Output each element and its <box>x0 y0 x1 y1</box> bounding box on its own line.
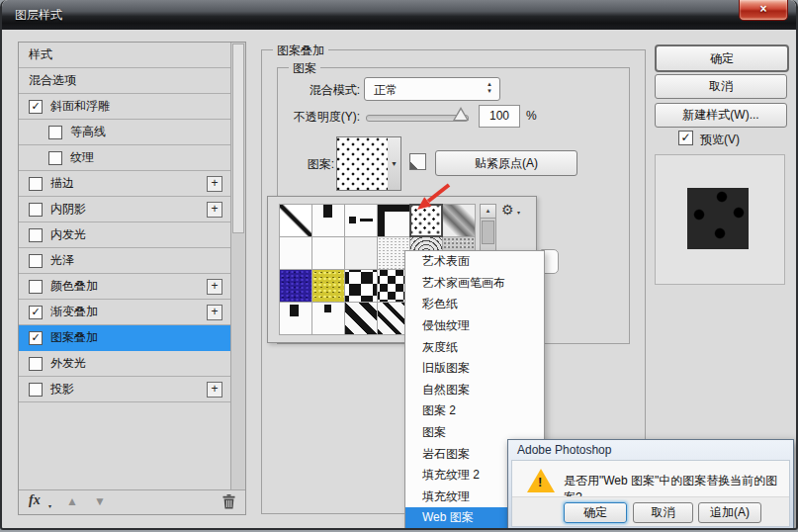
pattern-swatch-0[interactable] <box>280 205 311 236</box>
sidebar-item-label: 描边 <box>50 175 74 192</box>
dialog-title: 图层样式 <box>15 7 62 24</box>
opacity-slider-handle[interactable] <box>453 107 469 121</box>
sidebar-item-color-overlay[interactable]: 颜色叠加+ <box>19 274 230 300</box>
sidebar-item-satin[interactable]: 光泽 <box>19 248 230 274</box>
pattern-swatch-20[interactable] <box>345 303 377 334</box>
checkbox[interactable]: ✓ <box>29 331 43 345</box>
checkbox[interactable] <box>29 203 43 217</box>
warning-exclamation: ! <box>538 475 542 489</box>
pattern-swatch-3[interactable] <box>378 205 409 236</box>
preview-panel <box>655 154 785 285</box>
add-instance-icon[interactable]: + <box>207 305 222 320</box>
move-down-icon[interactable]: ▼ <box>94 494 106 508</box>
sidebar-item-gradient-overlay[interactable]: ✓渐变叠加+ <box>19 300 230 325</box>
sidebar-item-stroke[interactable]: 描边+ <box>19 171 230 197</box>
sidebar-item-texture[interactable]: 纹理 <box>19 145 230 171</box>
pattern-swatch-12[interactable] <box>280 270 311 302</box>
sidebar-item-inner-shadow[interactable]: 内阴影+ <box>19 197 230 222</box>
sidebar-item-label: 颜色叠加 <box>50 278 98 295</box>
opacity-label: 不透明度(Y): <box>267 109 360 126</box>
confirm-append-button[interactable]: 追加(A) <box>698 502 761 523</box>
scroll-up-icon[interactable]: ▲ <box>481 205 495 219</box>
pattern-swatch-8[interactable] <box>345 237 377 269</box>
pattern-swatch-2[interactable] <box>345 205 377 236</box>
checkbox[interactable] <box>29 177 43 191</box>
fx-menu-arrow-icon: ▾ <box>48 502 51 509</box>
ok-button[interactable]: 确定 <box>655 44 789 72</box>
sidebar-item-styles[interactable]: 样式 <box>19 43 230 68</box>
pattern-swatch-7[interactable] <box>312 237 344 269</box>
confirm-ok-button[interactable]: 确定 <box>564 502 627 523</box>
menu-item-legacy-patterns[interactable]: 旧版图案 <box>405 358 544 380</box>
sidebar-item-outer-glow[interactable]: 外发光 <box>19 351 230 377</box>
preview-label: 预览(V) <box>700 132 740 148</box>
pattern-swatch-1[interactable] <box>312 205 344 236</box>
checkbox[interactable] <box>29 254 43 268</box>
cancel-button[interactable]: 取消 <box>655 74 787 99</box>
subgroup-title: 图案 <box>289 60 320 77</box>
new-pattern-icon[interactable] <box>409 153 426 170</box>
snap-to-origin-button[interactable]: 贴紧原点(A) <box>435 150 577 176</box>
add-instance-icon[interactable]: + <box>207 202 222 218</box>
sidebar-list: 样式混合选项✓斜面和浮雕等高线纹理描边+内阴影+内发光光泽颜色叠加+✓渐变叠加+… <box>19 43 230 489</box>
sidebar-item-drop-shadow[interactable]: 投影+ <box>19 377 230 402</box>
blend-mode-label: 混合模式: <box>285 82 360 99</box>
sidebar-item-label: 投影 <box>50 381 74 398</box>
menu-item-art-surfaces[interactable]: 艺术表面 <box>405 251 544 273</box>
opacity-input[interactable]: 100 <box>479 105 520 128</box>
stepper-icon: ▲▼ <box>487 81 492 95</box>
pattern-swatch-6[interactable] <box>280 237 311 269</box>
pattern-swatch-18[interactable] <box>280 303 311 334</box>
checkbox[interactable]: ✓ <box>29 100 43 114</box>
checkbox[interactable]: ✓ <box>29 306 43 319</box>
pattern-swatch-14[interactable] <box>345 270 377 302</box>
fx-icon[interactable]: fx <box>29 492 41 508</box>
menu-item-erodible-textures[interactable]: 侵蚀纹理 <box>405 315 544 337</box>
add-instance-icon[interactable]: + <box>207 382 222 398</box>
sidebar-scrollbar-thumb[interactable] <box>232 44 244 233</box>
menu-item-grayscale-paper[interactable]: 灰度纸 <box>405 336 544 358</box>
sidebar-item-label: 纹理 <box>70 149 94 166</box>
menu-item-patterns-2[interactable]: 图案 2 <box>405 400 544 422</box>
sidebar-item-inner-glow[interactable]: 内发光 <box>19 222 230 248</box>
confirm-cancel-button[interactable]: 取消 <box>633 502 693 523</box>
title-bar[interactable]: 图层样式 × <box>2 0 796 30</box>
move-up-icon[interactable]: ▲ <box>66 494 78 508</box>
gear-icon[interactable]: ⚙ <box>501 202 514 218</box>
sidebar-item-pattern-overlay[interactable]: ✓图案叠加 <box>19 325 230 351</box>
checkbox[interactable] <box>29 357 43 371</box>
picker-scrollbar-thumb[interactable] <box>482 221 494 244</box>
opacity-unit: % <box>526 109 537 123</box>
add-instance-icon[interactable]: + <box>207 279 222 295</box>
sidebar-item-label: 等高线 <box>70 124 106 140</box>
sidebar-item-contour[interactable]: 等高线 <box>19 120 230 145</box>
sidebar-item-label: 图案叠加 <box>50 329 98 346</box>
sidebar-item-blending-options[interactable]: 混合选项 <box>19 68 230 94</box>
checkbox[interactable] <box>48 151 62 165</box>
checkbox[interactable] <box>29 280 43 294</box>
new-style-button[interactable]: 新建样式(W)... <box>655 103 787 128</box>
pattern-dropdown-button[interactable]: ▼ <box>388 136 401 191</box>
sidebar-scrollbar[interactable] <box>230 43 245 489</box>
pattern-preview-thumbnail <box>687 188 749 249</box>
pattern-swatch-13[interactable] <box>312 270 344 302</box>
sidebar-item-label: 外发光 <box>50 355 86 372</box>
sidebar-item-label: 混合选项 <box>29 72 76 89</box>
blend-mode-select[interactable]: 正常 ▲▼ <box>364 77 500 101</box>
menu-item-nature-patterns[interactable]: 自然图案 <box>405 380 544 401</box>
checkbox[interactable] <box>29 228 43 242</box>
annotation-arrow <box>409 182 455 214</box>
menu-item-artist-brush-canvas[interactable]: 艺术家画笔画布 <box>405 273 544 295</box>
close-icon: × <box>759 2 766 16</box>
sidebar-item-label: 光泽 <box>50 252 74 269</box>
menu-item-color-paper[interactable]: 彩色纸 <box>405 294 544 315</box>
current-pattern-swatch[interactable] <box>336 136 389 191</box>
preview-checkbox[interactable]: ✓ <box>678 131 693 145</box>
checkbox[interactable] <box>29 383 43 397</box>
trash-icon[interactable] <box>222 494 235 513</box>
add-instance-icon[interactable]: + <box>207 176 222 192</box>
checkbox[interactable] <box>48 126 62 139</box>
pattern-swatch-19[interactable] <box>312 303 344 334</box>
close-button[interactable]: × <box>739 0 788 21</box>
sidebar-item-bevel-emboss[interactable]: ✓斜面和浮雕 <box>19 94 230 120</box>
